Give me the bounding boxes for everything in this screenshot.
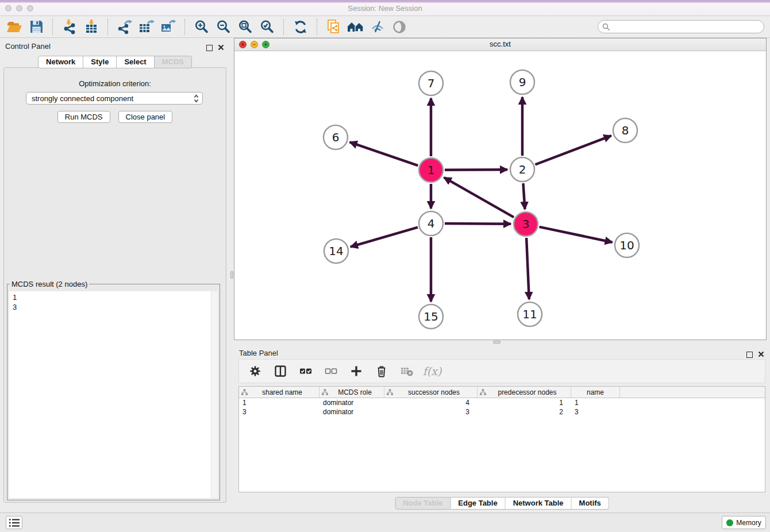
- splitter-grip[interactable]: [493, 341, 500, 344]
- table-body: 1dominator4113dominator323: [239, 398, 765, 417]
- import-network-icon[interactable]: [59, 17, 80, 37]
- table-header-row: shared nameMCDS rolesuccessor nodesprede…: [239, 387, 765, 398]
- svg-text:8: 8: [622, 124, 629, 137]
- window-title: Session: New Session: [0, 4, 770, 13]
- float-panel-icon[interactable]: [746, 352, 753, 358]
- edge-2-3[interactable]: [523, 183, 525, 209]
- delete-columns-icon[interactable]: [375, 364, 388, 378]
- delete-table-icon[interactable]: [400, 364, 414, 378]
- tab-select[interactable]: Select: [117, 56, 154, 68]
- network-maximize-button[interactable]: +: [262, 41, 270, 48]
- function-builder-icon[interactable]: f(x): [425, 364, 439, 378]
- edge-3-1[interactable]: [444, 178, 514, 217]
- mcds-result-text: 1 3: [9, 291, 218, 313]
- edge-1-6[interactable]: [350, 142, 418, 165]
- network-window-title: scc.txt: [234, 38, 766, 50]
- close-panel-icon[interactable]: [218, 43, 224, 53]
- unselect-all-columns-icon[interactable]: [324, 364, 338, 378]
- column-header-mcds-role[interactable]: MCDS role: [319, 387, 384, 398]
- add-column-icon[interactable]: [349, 364, 363, 378]
- splitter-grip[interactable]: [230, 271, 233, 279]
- memory-button[interactable]: Memory: [722, 516, 766, 529]
- edge-3-11[interactable]: [526, 238, 529, 299]
- optimization-criterion-label: Optimization criterion:: [4, 79, 226, 88]
- select-all-columns-icon[interactable]: [299, 364, 313, 378]
- toolbar-separator: [52, 19, 53, 35]
- table-row[interactable]: 1dominator411: [239, 398, 765, 407]
- node-10[interactable]: 10: [615, 233, 639, 257]
- column-type-icon: [387, 389, 393, 395]
- close-panel-icon[interactable]: [758, 349, 764, 360]
- export-image-icon[interactable]: [157, 17, 179, 37]
- node-14[interactable]: 14: [324, 239, 348, 263]
- network-close-button[interactable]: ×: [239, 41, 247, 48]
- export-table-icon[interactable]: [136, 17, 157, 37]
- column-header-successor-nodes[interactable]: successor nodes: [384, 387, 478, 398]
- zoom-fit-icon[interactable]: [234, 17, 256, 37]
- result-scrollbar[interactable]: [211, 291, 218, 498]
- node-6[interactable]: 6: [324, 125, 348, 149]
- node-9[interactable]: 9: [510, 70, 534, 94]
- task-history-button[interactable]: [6, 516, 22, 529]
- node-8[interactable]: 8: [613, 118, 637, 142]
- float-panel-icon[interactable]: [206, 45, 213, 51]
- network-overview-icon[interactable]: [345, 17, 367, 37]
- export-network-icon[interactable]: [114, 17, 136, 37]
- select-stepper-icon: [194, 94, 199, 103]
- search-field[interactable]: [598, 20, 764, 33]
- birds-eye-view-icon[interactable]: [388, 17, 410, 37]
- vertical-splitter[interactable]: [230, 38, 234, 340]
- table-options-icon[interactable]: [248, 364, 262, 378]
- table-tabbar: Node TableEdge TableNetwork TableMotifs: [395, 497, 609, 510]
- hide-details-icon[interactable]: [367, 17, 388, 37]
- edge-4-14[interactable]: [351, 228, 418, 247]
- close-panel-button[interactable]: Close panel: [118, 111, 173, 123]
- node-3[interactable]: 3: [514, 212, 538, 236]
- toolbar-separator: [283, 19, 284, 35]
- svg-text:4: 4: [428, 217, 435, 230]
- tab-network-table[interactable]: Network Table: [506, 497, 572, 510]
- edge-1-2[interactable]: [445, 169, 507, 170]
- edge-2-8[interactable]: [535, 136, 611, 164]
- node-1[interactable]: 1: [419, 158, 443, 182]
- clone-network-icon[interactable]: [323, 17, 345, 37]
- table-row[interactable]: 3dominator323: [239, 407, 765, 417]
- zoom-selected-icon[interactable]: [256, 17, 278, 37]
- main-toolbar: [0, 16, 770, 38]
- show-column-icon[interactable]: [274, 364, 287, 378]
- horizontal-splitter[interactable]: [234, 340, 770, 345]
- control-panel-title: Control Panel: [5, 42, 51, 51]
- tab-style[interactable]: Style: [83, 56, 117, 68]
- network-graph[interactable]: 7968124314101511: [234, 51, 766, 340]
- tab-node-table[interactable]: Node Table: [395, 497, 451, 510]
- node-table: shared nameMCDS rolesuccessor nodesprede…: [238, 386, 765, 492]
- edge-3-10[interactable]: [540, 227, 613, 242]
- search-input[interactable]: [613, 22, 764, 32]
- node-7[interactable]: 7: [419, 71, 443, 95]
- svg-text:14: 14: [329, 244, 343, 258]
- import-table-icon[interactable]: [80, 17, 102, 37]
- tab-mcds[interactable]: MCDS: [155, 56, 192, 68]
- open-session-icon[interactable]: [3, 17, 25, 37]
- network-minimize-button[interactable]: −: [251, 41, 258, 48]
- save-session-icon[interactable]: [25, 17, 47, 37]
- refresh-view-icon[interactable]: [290, 17, 311, 37]
- mcds-panel: Optimization criterion: strongly connect…: [3, 67, 226, 503]
- node-4[interactable]: 4: [419, 211, 443, 236]
- zoom-in-icon[interactable]: [191, 17, 213, 37]
- network-canvas[interactable]: 7968124314101511: [234, 51, 766, 340]
- run-mcds-button[interactable]: Run MCDS: [57, 111, 110, 123]
- node-11[interactable]: 11: [518, 302, 542, 326]
- edge-4-3[interactable]: [445, 223, 511, 224]
- tab-network[interactable]: Network: [38, 56, 83, 68]
- zoom-out-icon[interactable]: [213, 17, 234, 37]
- column-header-name[interactable]: name: [571, 387, 620, 398]
- criterion-select[interactable]: strongly connected component: [26, 92, 203, 105]
- node-2[interactable]: 2: [510, 157, 534, 182]
- column-header-predecessor-nodes[interactable]: predecessor nodes: [478, 387, 571, 398]
- node-15[interactable]: 15: [419, 304, 443, 329]
- memory-label: Memory: [736, 519, 761, 527]
- tab-edge-table[interactable]: Edge Table: [451, 497, 505, 510]
- tab-motifs[interactable]: Motifs: [572, 497, 609, 510]
- column-header-shared-name[interactable]: shared name: [239, 387, 319, 398]
